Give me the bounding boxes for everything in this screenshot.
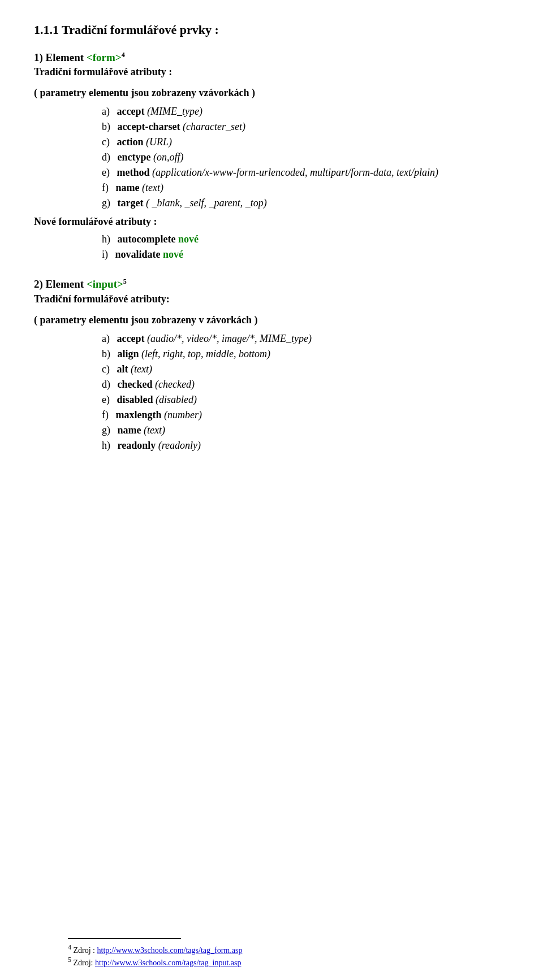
attr-param-target: ( _blank, _self, _parent, _top) [146,197,267,209]
attr-param-enctype: (on,off) [153,151,184,163]
attr-name-checked: checked [118,379,153,390]
page-container: 1.1.1 Tradiční formulářové prvky : 1) El… [34,23,509,980]
footnote5-link[interactable]: http://www.w3schools.com/tags/tag_input.… [95,959,241,967]
section1-block: 1) Element <form>4 Tradiční formulářové … [34,51,509,261]
list-item: f) name (text) [102,182,509,194]
section2-block: 2) Element <input>5 Tradiční formulářové… [34,277,509,451]
element1-label: 1) Element [34,51,87,63]
attr-param-method: (application/x-www-form-urlencoded, mult… [152,167,438,178]
list-item: c) action (URL) [102,136,509,148]
letter-e2: e) [102,394,110,405]
attr-list-1: a) accept (MIME_type) b) accept-charset … [102,106,509,209]
list-item: a) accept (MIME_type) [102,106,509,118]
footnote4-sup: 4 [68,943,71,951]
new-attrs-section: Nové formulářové atributy : h) autocompl… [34,216,509,261]
letter-d1: d) [102,151,110,163]
footnote-divider [68,938,181,939]
footnote4-link[interactable]: http://www.w3schools.com/tags/tag_form.a… [97,946,243,954]
attr-name-autocomplete: autocomplete [118,233,176,245]
footnote5: 5 Zdroj: http://www.w3schools.com/tags/t… [68,956,475,968]
letter-f1: f) [102,182,109,193]
list-item: e) method (application/x-www-form-urlenc… [102,167,509,179]
letter-d2: d) [102,379,110,390]
element2-tag: <input> [87,279,123,290]
element2-header: 2) Element <input>5 [34,277,509,290]
attr-param-maxlength: (number) [164,409,202,420]
attr-name-accept-charset: accept-charset [118,121,180,132]
letter-c1: c) [102,136,110,148]
letter-b2: b) [102,348,110,359]
element2-label: 2) Element [34,279,87,290]
list-item: f) maxlength (number) [102,409,509,421]
letter-h1: h) [102,233,110,245]
list-item: e) disabled (disabled) [102,394,509,406]
element1-tag: <form> [87,51,122,63]
page-title: 1.1.1 Tradiční formulářové prvky : [34,23,509,37]
attr-name-enctype: enctype [118,151,151,163]
letter-i1: i) [102,249,108,260]
footnote4: 4 Zdroj : http://www.w3schools.com/tags/… [68,943,475,955]
attr-name-readonly: readonly [118,440,156,451]
list-item: b) accept-charset (character_set) [102,121,509,133]
list-item: d) enctype (on,off) [102,151,509,163]
params-note-2: ( parametry elementu jsou zobrazeny v zá… [34,314,509,326]
attr-param-align: (left, right, top, middle, bottom) [141,348,270,359]
letter-g2: g) [102,424,110,436]
attr-param-readonly: (readonly) [158,440,201,451]
nove-novalidate: nové [163,249,183,260]
attr-name-accept: accept [117,106,144,117]
traditional-title-1: Tradiční formulářové atributy : [34,66,509,78]
attr-param-accept2: (audio/*, video/*, image/*, MIME_type) [147,333,312,344]
traditional-title-2: Tradiční formulářové atributy: [34,293,509,305]
list-item: c) alt (text) [102,363,509,375]
footnotes-section: 4 Zdroj : http://www.w3schools.com/tags/… [68,916,475,969]
attr-name-name1: name [116,182,140,193]
attr-param-name2: (text) [144,424,165,436]
attr-name-name2: name [118,424,141,436]
params-note-1: ( parametry elementu jsou zobrazeny vzáv… [34,87,509,99]
letter-c2: c) [102,363,110,375]
attr-param-checked: (checked) [155,379,195,390]
attr-param-accept-charset: (character_set) [183,121,245,132]
footnotes: 4 Zdroj : http://www.w3schools.com/tags/… [68,943,475,968]
list-item: b) align (left, right, top, middle, bott… [102,348,509,360]
attr-name-accept2: accept [117,333,144,344]
letter-g1: g) [102,197,110,209]
attr-param-name1: (text) [142,182,163,193]
element2-sup: 5 [123,277,127,285]
attr-name-alt: alt [117,363,128,375]
attr-name-maxlength: maxlength [116,409,162,420]
element1-sup: 4 [122,51,125,59]
list-item: d) checked (checked) [102,379,509,391]
list-item: a) accept (audio/*, video/*, image/*, MI… [102,333,509,345]
new-attr-list-1: h) autocomplete nové i) novalidate nové [102,233,509,261]
attr-name-target: target [118,197,144,209]
list-item: g) target ( _blank, _self, _parent, _top… [102,197,509,209]
footnote5-text: Zdroj: [74,959,96,967]
list-item: h) autocomplete nové [102,233,509,245]
attr-name-method: method [117,167,149,178]
attr-param-alt: (text) [131,363,152,375]
attr-name-align: align [118,348,139,359]
attr-name-action: action [117,136,143,148]
list-item: g) name (text) [102,424,509,436]
attr-name-disabled: disabled [117,394,153,405]
letter-a2: a) [102,333,110,344]
letter-b1: b) [102,121,110,132]
new-attrs-title: Nové formulářové atributy : [34,216,509,228]
attr-param-action: (URL) [146,136,172,148]
element1-header: 1) Element <form>4 [34,51,509,64]
letter-h2: h) [102,440,110,451]
attr-param-disabled: (disabled) [156,394,197,405]
footnote4-text: Zdroj : [74,946,97,954]
list-item: i) novalidate nové [102,249,509,261]
footnote5-sup: 5 [68,956,71,964]
nove-autocomplete: nové [178,233,199,245]
list-item: h) readonly (readonly) [102,440,509,452]
letter-a1: a) [102,106,110,117]
attr-list-2: a) accept (audio/*, video/*, image/*, MI… [102,333,509,452]
letter-e1: e) [102,167,110,178]
attr-name-novalidate: novalidate [115,249,161,260]
attr-param-accept: (MIME_type) [147,106,202,117]
letter-f2: f) [102,409,109,420]
